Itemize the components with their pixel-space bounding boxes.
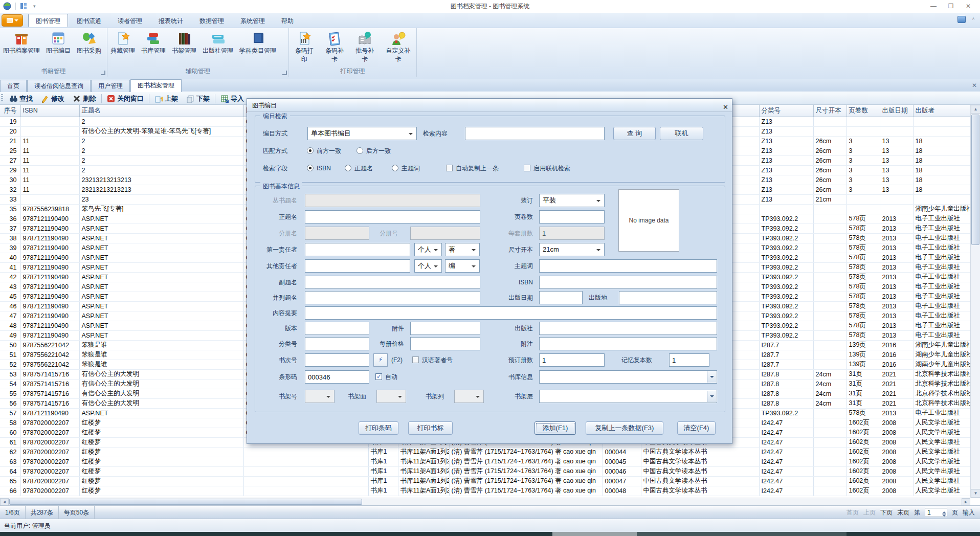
subject-input[interactable] xyxy=(539,259,717,273)
toolbar-binoculars[interactable]: 查找 xyxy=(5,92,37,105)
table-row[interactable]: 649787020002207红楼梦书库1书库11架A面1列2层(清) 曹雪芹 … xyxy=(0,466,970,476)
class-no-input[interactable] xyxy=(305,337,369,350)
pages-input[interactable] xyxy=(539,210,605,224)
checkbox-auto-barcode[interactable] xyxy=(375,373,382,380)
summary-input[interactable] xyxy=(305,306,717,320)
menu-tab-4[interactable]: 数据管理 xyxy=(192,14,232,27)
column-header[interactable]: 分类号 xyxy=(759,105,813,117)
column-header[interactable]: 出版者 xyxy=(913,105,970,117)
toolbar-import[interactable]: 导入 xyxy=(216,92,248,105)
horizontal-scrollbar[interactable]: ◄ ► xyxy=(0,498,970,505)
book-no-input[interactable] xyxy=(305,353,369,367)
print-booklabel-button[interactable]: 打印书标 xyxy=(408,421,453,435)
subtitle-input[interactable] xyxy=(305,276,480,289)
menu-tab-0[interactable]: 图书管理 xyxy=(28,14,68,27)
ribbon-item[interactable]: 学科类目管理 xyxy=(236,30,279,55)
table-row[interactable]: 659787020002207红楼梦书库1书库11架A面1列2层(清) 曹雪芹 … xyxy=(0,476,970,486)
online-button[interactable]: 联机 xyxy=(660,127,703,140)
maximize-button[interactable]: ❐ xyxy=(942,0,960,13)
column-header[interactable]: 序号 xyxy=(0,105,20,117)
tabstrip-close-icon[interactable]: ✕ xyxy=(972,82,977,89)
nav-first-page[interactable]: 首页 xyxy=(847,508,859,517)
toolbar-close-window[interactable]: 关闭窗口 xyxy=(103,92,148,105)
main-title-input[interactable] xyxy=(305,210,480,224)
add-button[interactable]: 添加(F1) xyxy=(534,421,576,435)
edition-input[interactable] xyxy=(305,322,369,335)
column-header[interactable]: 页卷数 xyxy=(847,105,880,117)
vscroll-thumb[interactable] xyxy=(971,115,979,245)
checkbox-online-search[interactable] xyxy=(524,165,530,171)
search-content-input[interactable] xyxy=(465,127,605,140)
dialog-close-icon[interactable]: ✕ xyxy=(718,101,727,110)
generate-f2-button[interactable]: ⚡ xyxy=(373,353,388,367)
style-icon[interactable] xyxy=(957,16,966,23)
spinner-down-icon[interactable] xyxy=(942,515,946,517)
ribbon-item[interactable]: 书库管理 xyxy=(138,30,169,55)
nav-prev-page[interactable]: 上页 xyxy=(863,508,876,517)
first-author-role-select[interactable]: 著 xyxy=(445,243,480,256)
scroll-up-icon[interactable]: ▲ xyxy=(971,105,980,114)
doc-tab-0[interactable]: 首页 xyxy=(0,80,27,92)
radio-match-front[interactable] xyxy=(307,147,314,154)
ribbon-item[interactable]: 条码打印 xyxy=(289,30,319,64)
shelf-layer-select[interactable] xyxy=(539,390,717,403)
dialog-title-bar[interactable]: 图书编目 ✕ xyxy=(247,99,732,112)
scroll-down-icon[interactable]: ▼ xyxy=(971,489,980,498)
hscroll-thumb[interactable] xyxy=(9,499,362,505)
binding-select[interactable]: 平装 xyxy=(539,194,605,207)
other-author-input[interactable] xyxy=(305,259,410,273)
price-input[interactable] xyxy=(410,337,480,350)
ribbon-item[interactable]: 图书档案管理 xyxy=(0,30,43,55)
ribbon-item[interactable]: 自定义补卡 xyxy=(380,30,416,64)
menu-tab-6[interactable]: 帮助 xyxy=(274,14,301,27)
toolbar-delete-x[interactable]: 删除 xyxy=(69,92,100,105)
clear-button[interactable]: 清空(F4) xyxy=(677,421,716,435)
scroll-left-icon[interactable]: ◄ xyxy=(0,498,9,506)
nav-next-page[interactable]: 下页 xyxy=(880,508,893,517)
ribbon-item[interactable]: 典藏管理 xyxy=(107,30,138,55)
column-header[interactable]: ISBN xyxy=(20,105,79,117)
checkbox-auto-copy[interactable] xyxy=(446,165,453,171)
toolbar-shelf-up[interactable]: 上架 xyxy=(150,92,182,105)
column-header[interactable]: 正题名 xyxy=(79,105,243,117)
toolbar-shelf-down[interactable]: 下架 xyxy=(182,92,214,105)
catalog-mode-select[interactable]: 单本图书编目 xyxy=(307,127,417,140)
table-row[interactable]: 669787020002207红楼梦书库1书库11架A面1列2层(清) 曹雪芹 … xyxy=(0,486,970,496)
note-input[interactable] xyxy=(539,337,717,350)
dropdown-icon[interactable] xyxy=(707,371,716,383)
copy-previous-button[interactable]: 复制上一条数据(F3) xyxy=(586,421,663,435)
dropdown-icon[interactable] xyxy=(707,391,716,402)
application-menu-button[interactable] xyxy=(2,14,23,27)
ribbon-item[interactable]: 出版社管理 xyxy=(199,30,236,55)
order-count-input[interactable] xyxy=(539,353,605,367)
other-author-type-select[interactable]: 个人 xyxy=(414,259,442,273)
doc-tab-2[interactable]: 用户管理 xyxy=(91,80,130,92)
close-button[interactable]: ✕ xyxy=(960,0,977,13)
first-author-input[interactable] xyxy=(305,243,410,256)
isbn-input[interactable] xyxy=(539,276,717,289)
menu-tab-1[interactable]: 图书流通 xyxy=(69,14,109,27)
print-barcode-button[interactable]: 打印条码 xyxy=(359,421,398,435)
toolbar-pencil[interactable]: 修改 xyxy=(37,92,69,105)
barcode-input[interactable] xyxy=(305,370,369,384)
query-button[interactable]: 查 询 xyxy=(613,127,656,140)
radio-match-back[interactable] xyxy=(357,147,363,154)
pubplace-input[interactable] xyxy=(619,291,717,304)
radio-field-title[interactable] xyxy=(345,165,351,171)
ribbon-item[interactable]: 图书采购 xyxy=(74,30,104,55)
menu-tab-2[interactable]: 读者管理 xyxy=(110,14,150,27)
group-launcher-icon[interactable] xyxy=(282,71,287,75)
column-header[interactable]: 出版日期 xyxy=(880,105,913,117)
ribbon-item[interactable]: ⋯批号补卡 xyxy=(350,30,380,64)
radio-field-subject[interactable] xyxy=(392,165,398,171)
ribbon-item[interactable]: 条码补卡 xyxy=(319,30,349,64)
publisher-input[interactable] xyxy=(539,322,717,335)
stock-info-select[interactable] xyxy=(539,370,717,384)
menu-tab-3[interactable]: 报表统计 xyxy=(151,14,191,27)
doc-tab-1[interactable]: 读者借阅信息查询 xyxy=(27,80,91,92)
ribbon-item[interactable]: 书架管理 xyxy=(169,30,199,55)
checkbox-chinese-author[interactable] xyxy=(412,356,419,363)
size-select[interactable]: 21cm xyxy=(539,243,605,256)
spinner-up-icon[interactable] xyxy=(942,511,946,513)
enter-button[interactable]: 输入 xyxy=(963,508,975,517)
